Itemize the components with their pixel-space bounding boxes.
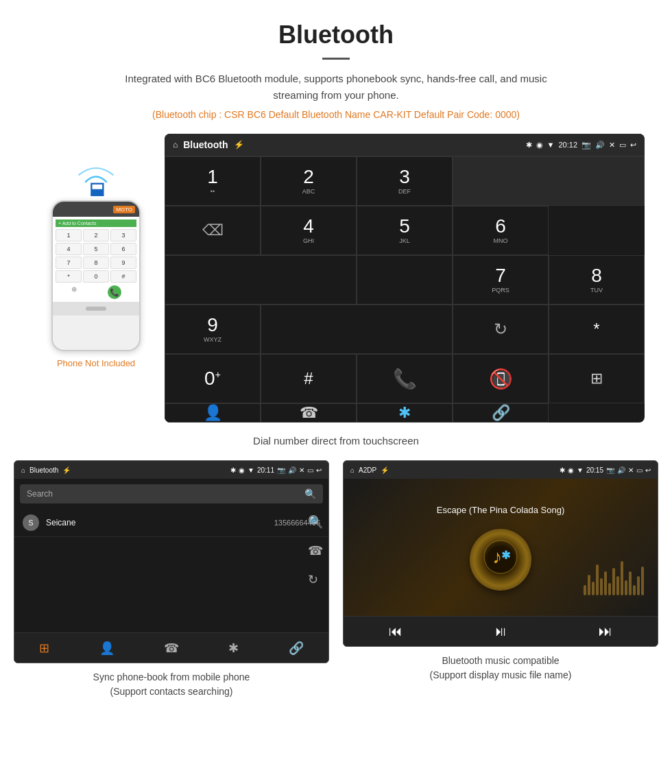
dial-key-star[interactable]: * <box>549 305 645 354</box>
dial-bt-icon[interactable]: ✱ <box>357 403 453 423</box>
equalizer <box>584 554 644 595</box>
dial-key-2[interactable]: 2 ABC <box>261 156 357 206</box>
pb-side-search-icon[interactable]: 🔍 <box>308 514 323 530</box>
camera-icon[interactable]: 📷 <box>581 141 591 150</box>
header-divider <box>322 58 350 60</box>
phonebook-caption: Sync phone-book from mobile phone (Suppo… <box>93 670 250 699</box>
pb-vol-icon[interactable]: 🔊 <box>288 466 296 474</box>
dial-key-0[interactable]: 0+ <box>165 354 261 403</box>
phone-body: MOTO + Add to Contacts 1 2 3 4 5 6 7 8 9 <box>51 200 141 351</box>
page-header: Bluetooth Integrated with BC6 Bluetooth … <box>0 0 672 134</box>
svg-text:✱: ✱ <box>501 549 511 561</box>
pb-side-phone-icon[interactable]: ☎ <box>308 543 323 558</box>
pb-side-refresh-icon[interactable]: ↻ <box>308 572 323 587</box>
music-statusbar: ⌂ A2DP ⚡ ✱ ◉ ▼ 20:15 📷 🔊 ✕ ▭ ↩ <box>344 461 658 479</box>
dial-grid-icon[interactable]: ⊞ <box>549 354 645 403</box>
music-x-icon[interactable]: ✕ <box>628 466 634 474</box>
pb-time: 20:11 <box>257 466 274 474</box>
dial-backspace[interactable]: ⌫ <box>165 206 261 255</box>
pb-home-icon[interactable]: ⌂ <box>21 466 25 474</box>
dial-key-6[interactable]: 6 MNO <box>453 206 549 255</box>
music-disc: ♪ ✱ <box>470 529 531 591</box>
dial-phone-icon[interactable]: ☎ <box>261 403 357 423</box>
dial-key-8[interactable]: 8 TUV <box>549 255 645 305</box>
music-screen-icon[interactable]: ▭ <box>636 466 643 474</box>
pb-search-icon[interactable]: 🔍 <box>304 488 316 499</box>
dial-status-bar: ⌂ Bluetooth ⚡ ✱ ◉ ▼ 20:12 📷 🔊 ✕ ▭ ↩ <box>165 134 645 156</box>
pb-contact-row[interactable]: S Seicane 13566664466 <box>14 509 328 537</box>
location-icon: ◉ <box>536 141 543 150</box>
phone-top-bar: MOTO <box>53 202 139 217</box>
pb-bottom-bar: ⊞ 👤 ☎ ✱ 🔗 <box>14 632 328 663</box>
music-sig-icon: ▼ <box>577 466 584 474</box>
music-screenshot: ⌂ A2DP ⚡ ✱ ◉ ▼ 20:15 📷 🔊 ✕ ▭ ↩ <box>343 460 658 647</box>
pb-contact-name: Seicane <box>46 518 267 527</box>
top-section: ⬓ MOTO + Add to Contacts 1 2 3 4 <box>14 134 658 423</box>
dial-key-9[interactable]: 9 WXYZ <box>165 305 261 354</box>
pb-bottom-bt-icon[interactable]: ✱ <box>228 641 239 656</box>
music-home-icon[interactable]: ⌂ <box>350 466 355 474</box>
music-usb-icon: ⚡ <box>381 466 389 474</box>
back-icon[interactable]: ↩ <box>630 141 636 150</box>
music-cam-icon[interactable]: 📷 <box>606 466 614 474</box>
pb-body: S Seicane 13566664466 🔍 ☎ ↻ <box>14 509 328 632</box>
dial-key-1[interactable]: 1 •• <box>165 156 261 206</box>
dial-key-hash[interactable]: # <box>261 354 357 403</box>
music-vol-icon[interactable]: 🔊 <box>617 466 625 474</box>
header-description: Integrated with BC6 Bluetooth module, su… <box>103 71 569 104</box>
music-next-icon[interactable]: ⏭ <box>599 623 612 639</box>
close-icon[interactable]: ✕ <box>609 141 615 150</box>
dial-refresh[interactable]: ↻ <box>453 305 549 354</box>
home-icon[interactable]: ⌂ <box>173 140 178 150</box>
phone-extra-1: ⊕ <box>71 285 77 299</box>
pb-statusbar: ⌂ Bluetooth ⚡ ✱ ◉ ▼ 20:11 📷 🔊 ✕ ▭ ↩ <box>14 461 328 479</box>
music-prev-icon[interactable]: ⏮ <box>389 623 403 639</box>
phone-not-included: Phone Not Included <box>57 358 135 368</box>
phone-call-btn[interactable]: 📞 <box>108 285 121 299</box>
music-back-icon[interactable]: ↩ <box>645 466 651 474</box>
music-song-title: Escape (The Pina Colada Song) <box>437 505 564 515</box>
pb-usb-icon: ⚡ <box>62 466 71 474</box>
pb-x-icon[interactable]: ✕ <box>299 466 304 474</box>
dial-call-red[interactable]: 📵 <box>453 354 549 403</box>
dial-link-icon[interactable]: 🔗 <box>453 403 549 423</box>
dial-caption: Dial number direct from touchscreen <box>253 435 419 447</box>
dial-title: Bluetooth <box>183 139 228 150</box>
page-title: Bluetooth <box>14 21 658 49</box>
music-title: A2DP <box>359 466 376 474</box>
music-block: ⌂ A2DP ⚡ ✱ ◉ ▼ 20:15 📷 🔊 ✕ ▭ ↩ <box>343 460 658 699</box>
dial-display <box>453 156 645 206</box>
wifi-icon: ⬓ <box>72 161 120 204</box>
phone-screen-header: + Add to Contacts <box>56 219 136 227</box>
pb-bottom-phone-icon[interactable]: ☎ <box>164 641 179 656</box>
music-bottom-bar: ⏮ ⏯ ⏭ <box>344 616 658 646</box>
dial-status-left: ⌂ Bluetooth ⚡ <box>173 139 244 150</box>
pb-bottom-link-icon[interactable]: 🔗 <box>289 641 304 656</box>
music-note-icon: ♪ ✱ <box>483 540 518 579</box>
dial-status-right: ✱ ◉ ▼ 20:12 📷 🔊 ✕ ▭ ↩ <box>526 141 636 150</box>
dial-key-3[interactable]: 3 DEF <box>357 156 453 206</box>
pb-search-bar[interactable]: Search 🔍 <box>20 484 323 503</box>
pb-title: Bluetooth <box>29 466 58 474</box>
dial-key-5[interactable]: 5 JKL <box>357 206 453 255</box>
signal-icon: ▼ <box>547 141 555 149</box>
music-play-pause-icon[interactable]: ⏯ <box>494 623 507 639</box>
pb-cam-icon[interactable]: 📷 <box>277 466 285 474</box>
pb-bottom-grid-icon[interactable]: ⊞ <box>39 641 49 656</box>
dial-key-7[interactable]: 7 PQRS <box>453 255 549 305</box>
pb-screen-icon[interactable]: ▭ <box>307 466 313 474</box>
dial-contacts-icon[interactable]: 👤 <box>165 403 261 423</box>
pb-bottom-user-icon[interactable]: 👤 <box>99 641 115 656</box>
screen-icon[interactable]: ▭ <box>619 141 626 150</box>
phonebook-screenshot: ⌂ Bluetooth ⚡ ✱ ◉ ▼ 20:11 📷 🔊 ✕ ▭ ↩ <box>14 460 329 663</box>
pb-search-placeholder: Search <box>27 489 304 499</box>
dial-key-4[interactable]: 4 GHI <box>261 206 357 255</box>
pb-back-icon[interactable]: ↩ <box>316 466 322 474</box>
pb-sig-icon: ▼ <box>248 466 254 474</box>
time-display: 20:12 <box>558 141 577 149</box>
volume-icon[interactable]: 🔊 <box>595 141 605 150</box>
dial-call-green[interactable]: 📞 <box>357 354 453 403</box>
music-caption: Bluetooth music compatible (Support disp… <box>430 654 572 682</box>
music-time: 20:15 <box>586 466 603 474</box>
dial-screen: ⌂ Bluetooth ⚡ ✱ ◉ ▼ 20:12 📷 🔊 ✕ ▭ ↩ <box>165 134 645 423</box>
